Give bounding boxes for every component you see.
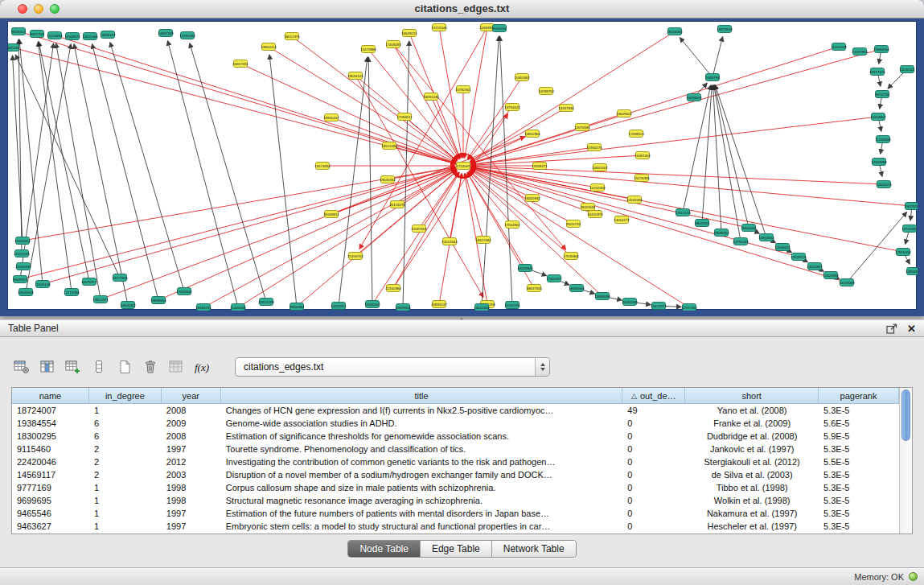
graph-node[interactable]: 21253745 [14,250,30,257]
graph-node[interactable]: 13812371 [92,296,109,303]
graph-node[interactable]: 10742058 [589,184,606,192]
graph-node[interactable]: 20370917 [81,278,97,286]
column-header-name[interactable]: name [12,388,89,403]
graph-node[interactable]: 17815434 [895,249,911,256]
scrollbar-thumb[interactable] [901,389,910,441]
graph-node[interactable]: 20160654 [14,237,31,245]
graph-node[interactable]: 11626109 [35,281,51,288]
graph-node[interactable]: 22346836 [15,263,31,270]
column-header-out-degree[interactable]: △ out_de… [622,388,685,403]
graph-node[interactable]: 18605261 [694,220,710,227]
graph-node[interactable]: 9070716 [875,91,889,98]
select-columns-button[interactable] [37,357,58,377]
graph-node[interactable]: 15780490 [179,32,195,39]
graph-node[interactable]: 20581180 [622,299,638,306]
graph-node[interactable]: 15325998 [823,272,839,279]
graph-node[interactable]: 14165286 [626,196,643,204]
graph-node[interactable]: 9439927 [13,276,27,283]
graph-node[interactable]: 19274830 [314,163,331,170]
graph-node[interactable]: 16420975 [587,211,603,218]
graph-node[interactable]: 1724067 [456,163,470,170]
graph-node[interactable]: 20113478 [389,201,405,208]
vertical-scrollbar[interactable] [899,388,912,534]
row-options-button[interactable] [88,357,109,377]
graph-node[interactable]: 13187694 [558,105,574,112]
graph-node[interactable]: 15938271 [532,163,548,170]
graph-node[interactable]: 16387404 [634,152,651,159]
graph-node[interactable]: 18327081 [475,237,491,244]
graph-node[interactable]: 16722343 [901,225,918,233]
graph-node[interactable]: 20893147 [431,301,447,308]
table-row[interactable]: 1938455462009Genome-wide association stu… [12,417,899,430]
graph-node[interactable]: 21456702 [347,253,363,260]
graph-node[interactable]: 8633412 [11,28,26,35]
graph-node[interactable]: 17408293 [385,41,401,48]
graph-node[interactable]: 16649015 [401,30,417,37]
graph-node[interactable]: 11964276 [586,144,602,151]
column-header-title[interactable]: title [221,388,623,403]
graph-node[interactable]: 11015408 [831,43,847,51]
graph-node[interactable]: 19488099 [594,293,610,300]
table-options-button[interactable] [11,357,32,377]
table-row[interactable]: 1456911722003Disruption of a novel membe… [12,468,899,481]
graph-node[interactable]: 11836462 [364,301,380,308]
edit-table-button[interactable] [63,357,84,377]
column-header-in-degree[interactable]: in_degree [89,388,162,403]
graph-node[interactable]: 17498513 [628,130,644,138]
graph-node[interactable]: 13443070 [876,181,892,188]
float-window-icon[interactable] [886,323,897,334]
graph-node[interactable]: 14852960 [524,130,540,138]
table-row[interactable]: 946554611997Estimation of the future num… [12,507,899,520]
close-window-button[interactable] [18,4,27,14]
graph-node[interactable]: 20791443 [733,238,749,245]
graph-node[interactable]: 19277826 [112,274,128,282]
column-header-year[interactable]: year [162,388,221,403]
graph-node[interactable]: 21087654 [411,225,427,233]
graph-node[interactable]: 12401056 [82,33,98,40]
graph-node[interactable]: 18395008 [569,285,585,292]
graph-node[interactable]: 19860014 [261,43,277,51]
graph-node[interactable]: 9520731 [566,220,581,228]
graph-node[interactable]: 15361842 [514,74,530,81]
graph-node[interactable]: 15115735 [504,302,520,309]
network-canvas[interactable]: 1724067157823011609124817284511185120901… [7,21,917,310]
graph-node[interactable]: 15998553 [150,297,166,304]
graph-node[interactable]: 18184735 [195,304,211,311]
graph-node[interactable]: 14687309 [158,30,174,37]
graph-node[interactable]: 12076585 [574,124,590,131]
graph-node[interactable]: 22014563 [441,238,458,245]
graph-node[interactable]: 18012375 [284,33,300,40]
graph-node[interactable]: 18034125 [347,72,363,80]
graph-node[interactable]: 12349989 [871,159,887,166]
graph-node[interactable]: 22977625 [869,68,885,76]
graph-node[interactable]: 8133054 [492,25,507,32]
close-panel-icon[interactable]: ✕ [907,323,916,334]
graph-node[interactable]: 17512170 [675,209,691,216]
graph-node[interactable]: 16208826 [517,265,533,272]
graph-node[interactable]: 10953534 [758,234,774,241]
graph-node[interactable]: 22557199 [258,299,274,306]
graph-node[interactable]: 14905462 [120,302,136,309]
new-file-button[interactable] [114,357,135,377]
column-header-short[interactable]: short [685,388,819,403]
graph-node[interactable]: 11256898 [875,136,891,143]
graph-node[interactable]: 10533018 [18,289,34,296]
graph-node[interactable]: 20094616 [686,94,702,101]
graph-node[interactable]: 17554902 [504,221,520,229]
graph-node[interactable]: 21884534 [873,46,889,53]
graph-node[interactable]: 12197853 [852,48,868,56]
table-row[interactable]: 1872400712008Changes of HCN gene express… [12,404,899,417]
graph-node[interactable]: 10743371 [331,303,347,310]
graph-node[interactable]: 15276395 [634,175,650,182]
graph-node[interactable]: 22767362 [681,304,697,311]
graph-node[interactable]: 1948794 [705,74,720,81]
window-title-bar[interactable]: citations_edges.txt [0,0,924,19]
graph-node[interactable]: 17301917 [546,275,562,282]
table-row[interactable]: 977716911998Corpus callosum shape and si… [12,481,899,494]
graph-node[interactable]: 16873529 [717,26,733,33]
graph-node[interactable]: 13594137 [100,31,116,39]
graph-node[interactable]: 16820934 [524,195,540,202]
table-row[interactable]: 969969511998Structural magnetic resonanc… [12,494,899,507]
table-row[interactable]: 2242004622012Investigating the contribut… [12,455,899,468]
graph-node[interactable]: 14298753 [538,88,554,95]
